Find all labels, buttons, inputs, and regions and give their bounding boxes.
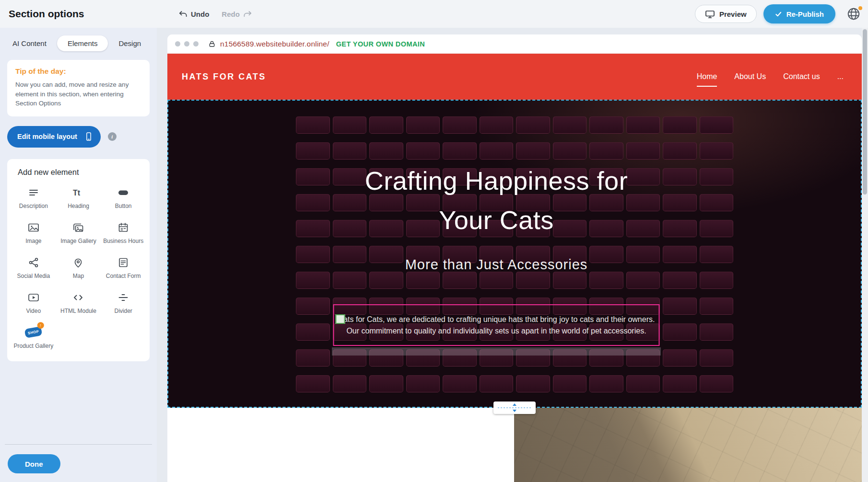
element-map[interactable]: Map bbox=[57, 255, 100, 280]
map-icon bbox=[57, 255, 100, 270]
element-product-gallery[interactable]: SHOP↑Product Gallery bbox=[12, 325, 55, 350]
section-resize-widget[interactable] bbox=[493, 402, 536, 414]
nav-item-contact-us[interactable]: Contact us bbox=[783, 69, 820, 84]
heading-icon: Tt bbox=[57, 185, 100, 200]
tab-ai-content[interactable]: AI Content bbox=[12, 35, 47, 51]
element-heading[interactable]: TtHeading bbox=[57, 185, 100, 210]
notification-dot bbox=[858, 6, 862, 10]
tip-card: Tip of the day: Now you can add, move an… bbox=[7, 60, 150, 116]
hero-tile bbox=[663, 298, 697, 315]
hero-heading[interactable]: Crafting Happiness for Your Cats bbox=[338, 161, 655, 240]
site-nav: HomeAbout UsContact us... bbox=[697, 69, 844, 84]
premium-badge: ↑ bbox=[37, 322, 44, 329]
page-title: Section options bbox=[9, 8, 84, 20]
hero-tile bbox=[333, 272, 367, 289]
language-globe-button[interactable] bbox=[846, 6, 861, 22]
element-image[interactable]: Image bbox=[12, 220, 55, 245]
hero-description[interactable]: Hats for Cats, we are dedicated to craft… bbox=[334, 305, 659, 337]
window-dot bbox=[175, 41, 180, 46]
edit-mobile-layout-button[interactable]: Edit mobile layout bbox=[7, 126, 101, 148]
tip-body: Now you can add, move and resize any ele… bbox=[15, 80, 141, 108]
add-element-card: Add new element DescriptionTtHeadingButt… bbox=[7, 159, 150, 361]
redo-icon bbox=[243, 10, 252, 19]
get-domain-link[interactable]: GET YOUR OWN DOMAIN bbox=[336, 40, 425, 48]
window-dot bbox=[184, 41, 189, 46]
tab-elements[interactable]: Elements bbox=[57, 35, 108, 51]
hero-texts: Crafting Happiness for Your Cats More th… bbox=[257, 100, 736, 273]
element-label: Button bbox=[102, 203, 145, 210]
sidebar-bottom: Done bbox=[0, 444, 157, 482]
site-logo[interactable]: HATS FOR CATS bbox=[182, 72, 266, 82]
divider-icon bbox=[102, 290, 145, 305]
redo-button[interactable]: Redo bbox=[222, 10, 252, 19]
hero-tile bbox=[700, 375, 734, 392]
topbar: Section options Undo Redo Preview Re-Pub… bbox=[0, 0, 868, 28]
undo-button[interactable]: Undo bbox=[178, 10, 209, 19]
phone-icon bbox=[84, 132, 94, 141]
preview-button[interactable]: Preview bbox=[695, 5, 757, 23]
hero-tile bbox=[296, 272, 330, 289]
element-label: Map bbox=[57, 273, 100, 280]
business-hours-icon bbox=[102, 220, 145, 235]
nav-item-more[interactable]: ... bbox=[837, 69, 844, 84]
element-divider[interactable]: Divider bbox=[102, 290, 145, 315]
resize-handle-green[interactable] bbox=[336, 314, 345, 324]
element-business-hours[interactable]: Business Hours bbox=[102, 220, 145, 245]
image-icon bbox=[12, 220, 55, 235]
nav-item-home[interactable]: Home bbox=[697, 69, 717, 84]
hero-tile bbox=[296, 298, 330, 315]
hero-tile bbox=[369, 375, 403, 392]
undo-redo-group: Undo Redo bbox=[178, 0, 252, 28]
window-dots bbox=[175, 41, 199, 46]
selected-text-element[interactable]: Hats for Cats, we are dedicated to craft… bbox=[333, 304, 660, 346]
hero-tile bbox=[443, 272, 477, 289]
element-label: HTML Module bbox=[57, 308, 100, 315]
hero-tile bbox=[333, 375, 367, 392]
hero-subheading[interactable]: More than Just Accessories bbox=[257, 257, 736, 273]
element-label: Description bbox=[12, 203, 55, 210]
info-icon[interactable]: i bbox=[108, 132, 117, 141]
nav-item-about-us[interactable]: About Us bbox=[734, 69, 766, 84]
hero-tile bbox=[516, 375, 550, 392]
button-icon bbox=[102, 185, 145, 200]
social-media-icon bbox=[12, 255, 55, 270]
hero-tile bbox=[663, 375, 697, 392]
hero-tile bbox=[443, 375, 477, 392]
hero-tile bbox=[626, 375, 660, 392]
element-video[interactable]: Video bbox=[12, 290, 55, 315]
scrollbar[interactable] bbox=[862, 28, 868, 482]
edit-mobile-row: Edit mobile layout i bbox=[7, 126, 150, 148]
hero-tile bbox=[480, 272, 514, 289]
hero-tile bbox=[516, 272, 550, 289]
hero-tile bbox=[663, 272, 697, 289]
lock-icon bbox=[208, 40, 216, 48]
element-label: Contact Form bbox=[102, 273, 145, 280]
element-image-gallery[interactable]: Image Gallery bbox=[57, 220, 100, 245]
tip-title: Tip of the day: bbox=[15, 67, 141, 76]
republish-button[interactable]: Re-Publish bbox=[763, 4, 835, 23]
hero-tile bbox=[663, 323, 697, 341]
element-button[interactable]: Button bbox=[102, 185, 145, 210]
element-description[interactable]: Description bbox=[12, 185, 55, 210]
tab-design[interactable]: Design bbox=[118, 35, 141, 51]
next-section-blank bbox=[167, 408, 514, 482]
browser-preview: n1566589.websitebuilder.online/ GET YOUR… bbox=[167, 34, 862, 482]
element-label: Heading bbox=[57, 203, 100, 210]
hero-tile bbox=[553, 272, 587, 289]
topbar-right: Preview Re-Publish bbox=[695, 4, 868, 23]
hero-tile bbox=[296, 375, 330, 392]
hero-tile bbox=[296, 349, 330, 367]
element-label: Image Gallery bbox=[57, 238, 100, 245]
shop-tag: SHOP↑ bbox=[24, 326, 43, 338]
element-social-media[interactable]: Social Media bbox=[12, 255, 55, 280]
element-label: Product Gallery bbox=[12, 343, 55, 350]
site-url[interactable]: n1566589.websitebuilder.online/ bbox=[220, 40, 329, 48]
check-icon bbox=[775, 11, 782, 18]
hero-section[interactable]: Crafting Happiness for Your Cats More th… bbox=[167, 100, 862, 408]
element-html-module[interactable]: HTML Module bbox=[57, 290, 100, 315]
sidebar-divider bbox=[5, 444, 152, 445]
scrollbar-thumb[interactable] bbox=[863, 29, 867, 195]
done-button[interactable]: Done bbox=[8, 454, 60, 473]
element-contact-form[interactable]: Contact Form bbox=[102, 255, 145, 280]
sidebar: AI ContentElementsDesign Tip of the day:… bbox=[0, 28, 157, 482]
